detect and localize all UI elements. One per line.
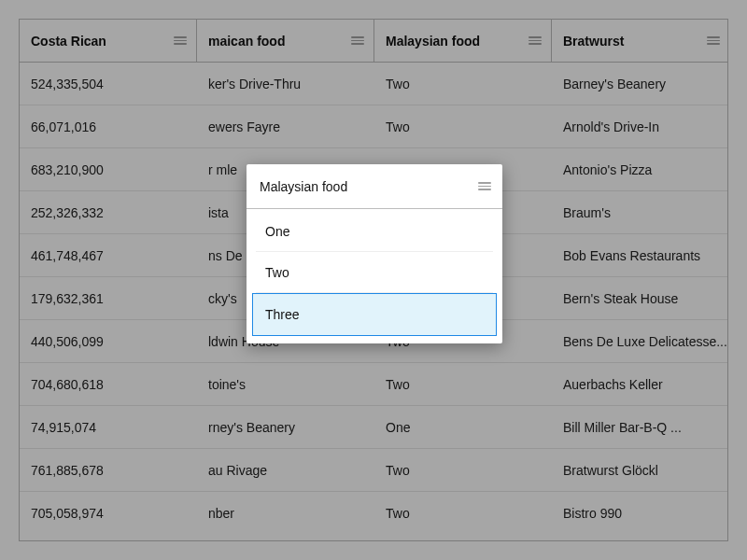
popup-option[interactable]: Three [252,293,497,336]
popup-option[interactable]: Two [256,252,493,293]
menu-icon[interactable] [478,182,491,190]
popup-header: Malaysian food [247,164,502,209]
popup-title: Malaysian food [260,179,347,194]
popup-option-list: OneTwoThree [247,209,502,343]
popup-option[interactable]: One [256,211,493,252]
column-filter-popup: Malaysian food OneTwoThree [247,164,502,343]
